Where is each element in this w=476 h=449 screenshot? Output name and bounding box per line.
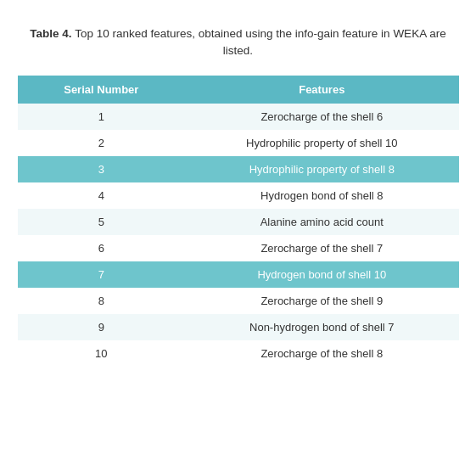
ranked-features-table: Serial Number Features 1Zerocharge of th…: [18, 76, 459, 367]
table-row: 7Hydrogen bond of shell 10: [18, 261, 459, 288]
cell-serial: 8: [18, 288, 186, 314]
table-row: 5Alanine amino acid count: [18, 209, 459, 235]
header-features: Features: [185, 76, 458, 104]
main-container: Table 4. Top 10 ranked features, obtaine…: [18, 25, 459, 367]
table-row: 3Hydrophilic property of shell 8: [18, 156, 459, 182]
table-row: 10Zerocharge of the shell 8: [18, 340, 459, 367]
cell-feature: Hydrophilic property of shell 8: [185, 156, 458, 182]
table-header: Serial Number Features: [18, 76, 459, 104]
cell-feature: Zerocharge of the shell 8: [185, 340, 458, 367]
cell-serial: 6: [18, 235, 186, 261]
cell-feature: Hydrogen bond of shell 10: [185, 261, 458, 288]
cell-serial: 9: [18, 314, 186, 340]
caption-text: Top 10 ranked features, obtained using t…: [75, 27, 446, 57]
table-row: 9Non-hydrogen bond of shell 7: [18, 314, 459, 340]
table-row: 1Zerocharge of the shell 6: [18, 104, 459, 130]
cell-serial: 10: [18, 340, 186, 367]
cell-feature: Hydrogen bond of shell 8: [185, 182, 458, 209]
table-row: 8Zerocharge of the shell 9: [18, 288, 459, 314]
cell-feature: Zerocharge of the shell 7: [185, 235, 458, 261]
cell-feature: Zerocharge of the shell 6: [185, 104, 458, 130]
cell-serial: 5: [18, 209, 186, 235]
cell-serial: 1: [18, 104, 186, 130]
table-row: 6Zerocharge of the shell 7: [18, 235, 459, 261]
cell-feature: Zerocharge of the shell 9: [185, 288, 458, 314]
table-body: 1Zerocharge of the shell 62Hydrophilic p…: [18, 104, 459, 367]
header-row: Serial Number Features: [18, 76, 459, 104]
cell-feature: Alanine amino acid count: [185, 209, 458, 235]
cell-feature: Hydrophilic property of shell 10: [185, 130, 458, 156]
caption-bold: Table 4.: [30, 27, 71, 40]
table-caption: Table 4. Top 10 ranked features, obtaine…: [18, 25, 459, 60]
cell-serial: 4: [18, 182, 186, 209]
header-serial: Serial Number: [18, 76, 186, 104]
cell-serial: 3: [18, 156, 186, 182]
cell-feature: Non-hydrogen bond of shell 7: [185, 314, 458, 340]
table-row: 4Hydrogen bond of shell 8: [18, 182, 459, 209]
cell-serial: 7: [18, 261, 186, 288]
table-row: 2Hydrophilic property of shell 10: [18, 130, 459, 156]
cell-serial: 2: [18, 130, 186, 156]
